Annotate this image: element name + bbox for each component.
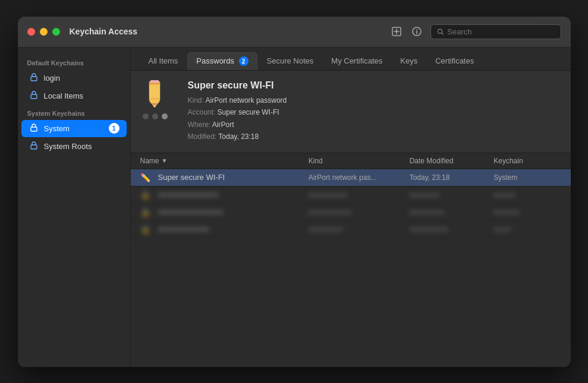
titlebar-actions [390,24,561,39]
row-name: ●●●●●●●●●●●●● [158,190,219,199]
row-name: Super secure WI-FI [158,173,225,182]
sidebar-item-local-items-label: Local Items [44,91,120,100]
sidebar-item-login[interactable]: login [21,69,127,87]
close-button[interactable] [27,28,35,36]
svg-rect-4 [31,77,37,81]
sort-arrow-icon: ▼ [162,157,168,164]
search-icon [437,28,444,36]
col-header-kind[interactable]: Kind [309,157,410,165]
row-icon: 🔒 [140,224,153,234]
row-kind: AirPort network pas... [309,173,410,182]
system-keychains-label: System Keychains [18,105,130,119]
search-input[interactable] [447,27,554,36]
row-date: Today, 23:18 [410,173,494,182]
default-keychains-label: Default Keychains [18,55,130,69]
table-row[interactable]: ✏️ Super secure WI-FI AirPort network pa… [131,169,571,186]
tab-certificates[interactable]: Certificates [427,53,482,69]
detail-modified-value: Today, 23:18 [218,132,259,141]
table-area: Name ▼ Kind Date Modified Keychain [131,153,571,367]
detail-where-value: AirPort [212,121,234,129]
row-date: ●●●●●●●●● [410,225,494,233]
tab-keys[interactable]: Keys [392,53,426,69]
svg-marker-11 [153,106,156,108]
sidebar-item-system-label: System [44,124,104,133]
row-date: ●●●●●●● [410,191,494,199]
sidebar-item-login-label: login [44,74,120,83]
search-bar[interactable] [430,24,561,39]
tab-passwords[interactable]: Passwords 2 [187,52,257,71]
window-title: Keychain Access [70,27,390,36]
row-keychain: ●●●●●● [493,208,561,216]
detail-title: Super secure WI-FI [188,80,559,91]
detail-kind-label: Kind: [188,96,204,105]
detail-account-value: Super secure WI-FI [218,108,279,116]
row-icon: ✏️ [140,173,153,182]
detail-where-label: Where: [188,121,211,129]
dot-3 [162,113,168,119]
tab-all-items[interactable]: All Items [140,53,187,69]
col-header-name[interactable]: Name ▼ [140,157,309,165]
detail-card: Super secure WI-FI Kind: AirPort network… [131,71,571,153]
detail-modified-label: Modified: [188,132,217,141]
svg-rect-13 [150,80,159,83]
detail-where-row: Where: AirPort [188,119,559,131]
table-row: 🔒 ●●●●●●●●●●●●● ●●●●●●●●● ●●●●●●● ●●●●● [131,186,571,204]
row-icon: 🔒 [140,190,153,200]
pencil-icon [143,80,166,109]
svg-rect-7 [31,145,37,149]
row-icon: 🔒 [140,207,153,217]
table-row: 🔒 ●●●●●●●●●●●●●● ●●●●●●●●●● ●●●●●●●● ●●●… [131,204,571,221]
minimize-button[interactable] [40,28,48,36]
login-icon [29,72,39,84]
detail-kind-row: Kind: AirPort network password [188,94,559,106]
row-kind: ●●●●●●●●●● [309,208,410,216]
sidebar-item-system-roots[interactable]: System Roots [21,138,127,155]
detail-kind-value: AirPort network password [206,96,287,105]
sidebar-item-system-roots-label: System Roots [44,142,120,151]
detail-account-label: Account: [188,108,216,116]
table-row: 🔒 ●●●●●●●●●●● ●●●●●●●● ●●●●●●●●● ●●●● [131,221,571,238]
detail-info: Super secure WI-FI Kind: AirPort network… [188,80,559,143]
new-item-icon[interactable] [390,25,403,38]
table-header: Name ▼ Kind Date Modified Keychain [131,153,571,169]
row-keychain: ●●●● [493,225,561,233]
system-badge: 1 [109,123,120,134]
detail-dots [143,113,176,119]
row-keychain: ●●●●● [493,191,561,199]
local-items-icon [29,90,39,102]
sidebar-item-system[interactable]: System 1 [21,120,127,137]
col-header-date[interactable]: Date Modified [410,157,494,165]
svg-point-2 [416,29,417,30]
app-window: Keychain Access [18,17,571,367]
maximize-button[interactable] [52,28,60,36]
tab-secure-notes[interactable]: Secure Notes [259,53,322,69]
row-name: ●●●●●●●●●●●●●● [158,207,224,216]
row-date: ●●●●●●●● [410,208,494,216]
main-content: Default Keychains login Local [18,48,571,367]
right-panel: All Items Passwords 2 Secure Notes My Ce… [131,48,571,367]
tabs-bar: All Items Passwords 2 Secure Notes My Ce… [131,48,571,71]
dot-2 [152,113,158,119]
titlebar: Keychain Access [18,17,571,48]
passwords-badge: 2 [239,56,249,66]
info-icon[interactable] [410,25,423,38]
sidebar: Default Keychains login Local [18,48,131,367]
row-keychain: System [493,173,561,182]
svg-rect-6 [31,127,37,131]
dot-1 [143,113,149,119]
row-kind: ●●●●●●●●● [309,191,410,199]
col-header-keychain[interactable]: Keychain [493,157,561,165]
row-name: ●●●●●●●●●●● [158,224,209,233]
tab-my-certificates[interactable]: My Certificates [323,53,391,69]
traffic-lights [27,28,60,36]
system-roots-icon [29,141,39,152]
detail-icon-area [143,80,176,113]
detail-account-row: Account: Super secure WI-FI [188,106,559,118]
detail-modified-row: Modified: Today, 23:18 [188,131,559,143]
sidebar-item-local-items[interactable]: Local Items [21,87,127,105]
svg-rect-5 [31,94,37,99]
row-kind: ●●●●●●●● [309,225,410,233]
system-icon [29,123,39,134]
